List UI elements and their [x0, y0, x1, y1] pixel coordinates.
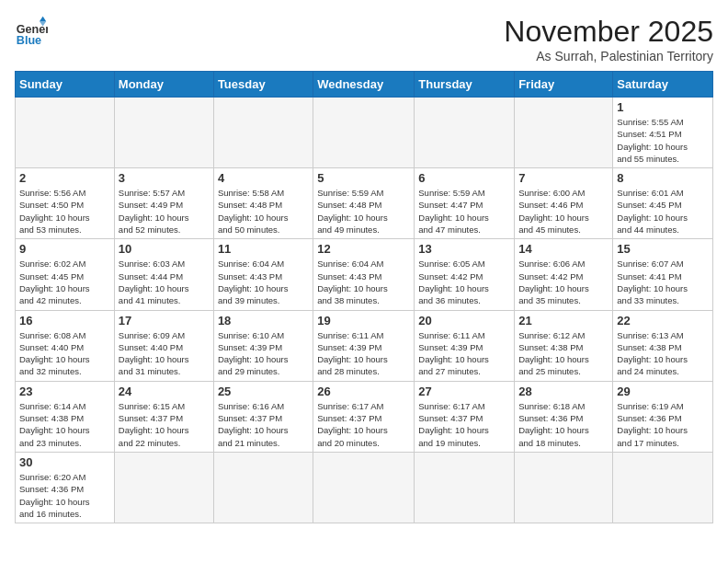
calendar-cell: 10Sunrise: 6:03 AM Sunset: 4:44 PM Dayli… — [114, 239, 213, 310]
day-info: Sunrise: 6:08 AM Sunset: 4:40 PM Dayligh… — [19, 329, 110, 378]
calendar-cell — [415, 452, 515, 523]
day-info: Sunrise: 5:58 AM Sunset: 4:48 PM Dayligh… — [218, 187, 309, 236]
day-number: 8 — [617, 171, 709, 185]
calendar-cell — [313, 452, 415, 523]
day-info: Sunrise: 6:20 AM Sunset: 4:36 PM Dayligh… — [19, 471, 110, 520]
calendar-cell — [114, 98, 213, 168]
day-number: 29 — [617, 385, 709, 398]
calendar-cell: 23Sunrise: 6:14 AM Sunset: 4:38 PM Dayli… — [16, 381, 115, 452]
calendar-cell: 29Sunrise: 6:19 AM Sunset: 4:36 PM Dayli… — [613, 381, 713, 452]
logo-icon: General Blue — [15, 15, 48, 48]
day-info: Sunrise: 6:16 AM Sunset: 4:37 PM Dayligh… — [218, 400, 309, 449]
calendar-cell: 19Sunrise: 6:11 AM Sunset: 4:39 PM Dayli… — [313, 310, 415, 381]
calendar-week-row: 16Sunrise: 6:08 AM Sunset: 4:40 PM Dayli… — [16, 310, 713, 381]
day-number: 20 — [418, 314, 510, 327]
calendar-cell: 5Sunrise: 5:59 AM Sunset: 4:48 PM Daylig… — [313, 168, 415, 239]
day-number: 4 — [218, 171, 309, 185]
day-info: Sunrise: 6:17 AM Sunset: 4:37 PM Dayligh… — [317, 400, 410, 449]
day-number: 15 — [617, 242, 709, 256]
calendar-cell: 17Sunrise: 6:09 AM Sunset: 4:40 PM Dayli… — [114, 310, 213, 381]
weekday-header-tuesday: Tuesday — [213, 72, 313, 98]
calendar-cell: 15Sunrise: 6:07 AM Sunset: 4:41 PM Dayli… — [613, 239, 713, 310]
day-number: 25 — [218, 385, 309, 398]
day-number: 13 — [418, 242, 510, 256]
day-info: Sunrise: 6:03 AM Sunset: 4:44 PM Dayligh… — [119, 258, 210, 306]
calendar-cell — [415, 98, 515, 168]
day-number: 24 — [119, 385, 210, 398]
calendar-cell — [114, 452, 213, 523]
day-number: 11 — [218, 242, 309, 256]
calendar-cell: 4Sunrise: 5:58 AM Sunset: 4:48 PM Daylig… — [213, 168, 313, 239]
day-number: 10 — [119, 242, 210, 256]
day-number: 23 — [19, 385, 110, 398]
calendar-cell: 7Sunrise: 6:00 AM Sunset: 4:46 PM Daylig… — [515, 168, 613, 239]
calendar-week-row: 9Sunrise: 6:02 AM Sunset: 4:45 PM Daylig… — [16, 239, 713, 310]
day-info: Sunrise: 6:12 AM Sunset: 4:38 PM Dayligh… — [518, 329, 609, 378]
day-info: Sunrise: 5:57 AM Sunset: 4:49 PM Dayligh… — [119, 187, 210, 236]
calendar-cell — [213, 98, 313, 168]
calendar-cell: 27Sunrise: 6:17 AM Sunset: 4:37 PM Dayli… — [415, 381, 515, 452]
calendar-week-row: 1Sunrise: 5:55 AM Sunset: 4:51 PM Daylig… — [16, 98, 713, 168]
calendar-week-row: 23Sunrise: 6:14 AM Sunset: 4:38 PM Dayli… — [16, 381, 713, 452]
day-info: Sunrise: 6:17 AM Sunset: 4:37 PM Dayligh… — [418, 400, 510, 449]
calendar-cell: 12Sunrise: 6:04 AM Sunset: 4:43 PM Dayli… — [313, 239, 415, 310]
day-number: 6 — [418, 171, 510, 185]
day-info: Sunrise: 6:01 AM Sunset: 4:45 PM Dayligh… — [617, 187, 709, 236]
day-info: Sunrise: 5:59 AM Sunset: 4:48 PM Dayligh… — [317, 187, 410, 236]
calendar-week-row: 30Sunrise: 6:20 AM Sunset: 4:36 PM Dayli… — [16, 452, 713, 523]
day-number: 9 — [19, 242, 110, 256]
calendar-cell: 24Sunrise: 6:15 AM Sunset: 4:37 PM Dayli… — [114, 381, 213, 452]
month-title: November 2025 — [504, 15, 713, 49]
calendar-cell: 11Sunrise: 6:04 AM Sunset: 4:43 PM Dayli… — [213, 239, 313, 310]
calendar-cell: 13Sunrise: 6:05 AM Sunset: 4:42 PM Dayli… — [415, 239, 515, 310]
calendar-cell: 3Sunrise: 5:57 AM Sunset: 4:49 PM Daylig… — [114, 168, 213, 239]
day-info: Sunrise: 6:14 AM Sunset: 4:38 PM Dayligh… — [19, 400, 110, 449]
calendar-cell — [213, 452, 313, 523]
title-area: November 2025 As Surrah, Palestinian Ter… — [504, 15, 713, 63]
day-info: Sunrise: 5:56 AM Sunset: 4:50 PM Dayligh… — [19, 187, 110, 236]
calendar-cell: 21Sunrise: 6:12 AM Sunset: 4:38 PM Dayli… — [515, 310, 613, 381]
day-number: 14 — [518, 242, 609, 256]
day-info: Sunrise: 6:19 AM Sunset: 4:36 PM Dayligh… — [617, 400, 709, 449]
day-info: Sunrise: 6:10 AM Sunset: 4:39 PM Dayligh… — [218, 329, 309, 378]
day-info: Sunrise: 6:00 AM Sunset: 4:46 PM Dayligh… — [518, 187, 609, 236]
calendar-cell: 1Sunrise: 5:55 AM Sunset: 4:51 PM Daylig… — [613, 98, 713, 168]
weekday-header-sunday: Sunday — [16, 72, 115, 98]
day-number: 26 — [317, 385, 410, 398]
calendar-cell: 9Sunrise: 6:02 AM Sunset: 4:45 PM Daylig… — [16, 239, 115, 310]
day-number: 1 — [617, 100, 709, 114]
day-info: Sunrise: 6:04 AM Sunset: 4:43 PM Dayligh… — [317, 258, 410, 306]
calendar-cell: 2Sunrise: 5:56 AM Sunset: 4:50 PM Daylig… — [16, 168, 115, 239]
day-number: 2 — [19, 171, 110, 185]
weekday-header-monday: Monday — [114, 72, 213, 98]
day-number: 27 — [418, 385, 510, 398]
weekday-header-friday: Friday — [515, 72, 613, 98]
day-info: Sunrise: 6:05 AM Sunset: 4:42 PM Dayligh… — [418, 258, 510, 306]
day-info: Sunrise: 5:55 AM Sunset: 4:51 PM Dayligh… — [617, 116, 709, 165]
weekday-header-thursday: Thursday — [415, 72, 515, 98]
page-header: General Blue November 2025 As Surrah, Pa… — [15, 15, 713, 63]
day-number: 28 — [518, 385, 609, 398]
calendar-cell: 16Sunrise: 6:08 AM Sunset: 4:40 PM Dayli… — [16, 310, 115, 381]
weekday-header-saturday: Saturday — [613, 72, 713, 98]
logo: General Blue — [15, 15, 48, 48]
day-number: 30 — [19, 455, 110, 469]
day-info: Sunrise: 6:13 AM Sunset: 4:38 PM Dayligh… — [617, 329, 709, 378]
day-info: Sunrise: 6:02 AM Sunset: 4:45 PM Dayligh… — [19, 258, 110, 306]
day-info: Sunrise: 6:18 AM Sunset: 4:36 PM Dayligh… — [518, 400, 609, 449]
day-number: 18 — [218, 314, 309, 327]
calendar-cell: 18Sunrise: 6:10 AM Sunset: 4:39 PM Dayli… — [213, 310, 313, 381]
day-info: Sunrise: 6:06 AM Sunset: 4:42 PM Dayligh… — [518, 258, 609, 306]
calendar-cell: 20Sunrise: 6:11 AM Sunset: 4:39 PM Dayli… — [415, 310, 515, 381]
day-info: Sunrise: 6:09 AM Sunset: 4:40 PM Dayligh… — [119, 329, 210, 378]
calendar-cell — [313, 98, 415, 168]
svg-text:Blue: Blue — [17, 34, 41, 47]
day-number: 7 — [518, 171, 609, 185]
calendar-cell: 22Sunrise: 6:13 AM Sunset: 4:38 PM Dayli… — [613, 310, 713, 381]
calendar-cell: 28Sunrise: 6:18 AM Sunset: 4:36 PM Dayli… — [515, 381, 613, 452]
calendar-table: SundayMondayTuesdayWednesdayThursdayFrid… — [15, 71, 713, 523]
day-info: Sunrise: 6:11 AM Sunset: 4:39 PM Dayligh… — [418, 329, 510, 378]
calendar-cell — [613, 452, 713, 523]
day-info: Sunrise: 6:11 AM Sunset: 4:39 PM Dayligh… — [317, 329, 410, 378]
calendar-cell: 6Sunrise: 5:59 AM Sunset: 4:47 PM Daylig… — [415, 168, 515, 239]
